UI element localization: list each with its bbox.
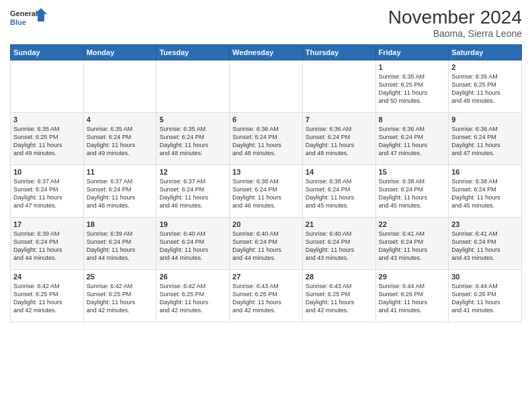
day-number: 8 <box>379 116 446 124</box>
day-number: 2 <box>451 63 519 71</box>
calendar-cell: 20Sunrise: 6:40 AM Sunset: 6:24 PM Dayli… <box>230 218 303 270</box>
day-info: Sunrise: 6:39 AM Sunset: 6:24 PM Dayligh… <box>87 230 154 263</box>
calendar-cell <box>157 60 230 113</box>
location: Baoma, Sierra Leone <box>388 28 522 39</box>
day-number: 15 <box>379 168 446 176</box>
day-number: 6 <box>232 116 300 124</box>
calendar-cell: 18Sunrise: 6:39 AM Sunset: 6:24 PM Dayli… <box>83 218 157 270</box>
day-info: Sunrise: 6:41 AM Sunset: 6:24 PM Dayligh… <box>451 230 519 263</box>
calendar-cell: 29Sunrise: 6:44 AM Sunset: 6:26 PM Dayli… <box>375 270 449 322</box>
day-header-sunday: Sunday <box>11 45 84 60</box>
calendar-cell: 12Sunrise: 6:37 AM Sunset: 6:24 PM Dayli… <box>157 165 230 218</box>
day-info: Sunrise: 6:35 AM Sunset: 6:24 PM Dayligh… <box>159 125 226 158</box>
logo: General Blue <box>10 7 47 30</box>
calendar-cell: 4Sunrise: 6:35 AM Sunset: 6:24 PM Daylig… <box>83 113 157 165</box>
header: General Blue November 2024 Baoma, Sierra… <box>10 7 522 39</box>
calendar-cell: 1Sunrise: 6:35 AM Sunset: 6:25 PM Daylig… <box>375 60 449 113</box>
calendar-cell: 14Sunrise: 6:38 AM Sunset: 6:24 PM Dayli… <box>302 165 375 218</box>
day-number: 1 <box>379 63 446 71</box>
day-info: Sunrise: 6:40 AM Sunset: 6:24 PM Dayligh… <box>306 230 373 263</box>
calendar-cell: 2Sunrise: 6:35 AM Sunset: 6:25 PM Daylig… <box>449 60 522 113</box>
day-number: 4 <box>87 116 154 124</box>
day-info: Sunrise: 6:43 AM Sunset: 6:25 PM Dayligh… <box>232 282 300 315</box>
calendar-cell: 22Sunrise: 6:41 AM Sunset: 6:24 PM Dayli… <box>375 218 449 270</box>
calendar-cell: 3Sunrise: 6:35 AM Sunset: 6:25 PM Daylig… <box>11 113 84 165</box>
page: General Blue November 2024 Baoma, Sierra… <box>0 0 532 411</box>
calendar-cell: 24Sunrise: 6:42 AM Sunset: 6:25 PM Dayli… <box>11 270 84 322</box>
day-info: Sunrise: 6:35 AM Sunset: 6:25 PM Dayligh… <box>13 125 81 158</box>
day-number: 24 <box>13 273 81 281</box>
day-info: Sunrise: 6:36 AM Sunset: 6:24 PM Dayligh… <box>232 125 300 158</box>
calendar: SundayMondayTuesdayWednesdayThursdayFrid… <box>10 44 522 322</box>
day-info: Sunrise: 6:35 AM Sunset: 6:25 PM Dayligh… <box>451 73 519 105</box>
calendar-cell: 27Sunrise: 6:43 AM Sunset: 6:25 PM Dayli… <box>230 270 303 322</box>
day-number: 13 <box>232 168 300 176</box>
day-info: Sunrise: 6:38 AM Sunset: 6:24 PM Dayligh… <box>306 177 373 210</box>
calendar-cell <box>230 60 303 113</box>
day-number: 14 <box>306 168 373 176</box>
day-number: 9 <box>451 116 519 124</box>
svg-text:Blue: Blue <box>10 18 26 26</box>
day-number: 25 <box>87 273 154 281</box>
day-header-monday: Monday <box>83 45 157 60</box>
calendar-cell <box>11 60 84 113</box>
day-number: 12 <box>159 168 226 176</box>
calendar-cell: 8Sunrise: 6:36 AM Sunset: 6:24 PM Daylig… <box>375 113 449 165</box>
day-info: Sunrise: 6:40 AM Sunset: 6:24 PM Dayligh… <box>159 230 226 263</box>
calendar-cell: 17Sunrise: 6:39 AM Sunset: 6:24 PM Dayli… <box>11 218 84 270</box>
calendar-cell: 25Sunrise: 6:42 AM Sunset: 6:25 PM Dayli… <box>83 270 157 322</box>
day-number: 20 <box>232 220 300 228</box>
day-header-friday: Friday <box>375 45 449 60</box>
title-section: November 2024 Baoma, Sierra Leone <box>388 7 522 39</box>
day-info: Sunrise: 6:35 AM Sunset: 6:24 PM Dayligh… <box>87 125 154 158</box>
day-info: Sunrise: 6:37 AM Sunset: 6:24 PM Dayligh… <box>13 177 81 210</box>
day-header-wednesday: Wednesday <box>230 45 303 60</box>
calendar-cell: 21Sunrise: 6:40 AM Sunset: 6:24 PM Dayli… <box>302 218 375 270</box>
calendar-cell <box>302 60 375 113</box>
day-info: Sunrise: 6:36 AM Sunset: 6:24 PM Dayligh… <box>379 125 446 158</box>
day-number: 16 <box>451 168 519 176</box>
calendar-cell: 23Sunrise: 6:41 AM Sunset: 6:24 PM Dayli… <box>449 218 522 270</box>
day-number: 18 <box>87 220 154 228</box>
day-number: 7 <box>306 116 373 124</box>
day-info: Sunrise: 6:44 AM Sunset: 6:26 PM Dayligh… <box>379 282 446 315</box>
calendar-week-2: 10Sunrise: 6:37 AM Sunset: 6:24 PM Dayli… <box>11 165 522 218</box>
calendar-cell: 10Sunrise: 6:37 AM Sunset: 6:24 PM Dayli… <box>11 165 84 218</box>
day-info: Sunrise: 6:39 AM Sunset: 6:24 PM Dayligh… <box>13 230 81 263</box>
calendar-cell: 16Sunrise: 6:38 AM Sunset: 6:24 PM Dayli… <box>449 165 522 218</box>
day-number: 23 <box>451 220 519 228</box>
day-info: Sunrise: 6:41 AM Sunset: 6:24 PM Dayligh… <box>379 230 446 263</box>
day-number: 22 <box>379 220 446 228</box>
day-header-thursday: Thursday <box>302 45 375 60</box>
day-header-saturday: Saturday <box>449 45 522 60</box>
calendar-cell: 13Sunrise: 6:38 AM Sunset: 6:24 PM Dayli… <box>230 165 303 218</box>
day-info: Sunrise: 6:38 AM Sunset: 6:24 PM Dayligh… <box>451 177 519 210</box>
calendar-header-row: SundayMondayTuesdayWednesdayThursdayFrid… <box>11 45 522 60</box>
day-number: 26 <box>159 273 226 281</box>
day-number: 17 <box>13 220 81 228</box>
day-number: 19 <box>159 220 226 228</box>
day-number: 11 <box>87 168 154 176</box>
day-info: Sunrise: 6:36 AM Sunset: 6:24 PM Dayligh… <box>451 125 519 158</box>
calendar-cell: 30Sunrise: 6:44 AM Sunset: 6:26 PM Dayli… <box>449 270 522 322</box>
calendar-week-4: 24Sunrise: 6:42 AM Sunset: 6:25 PM Dayli… <box>11 270 522 322</box>
day-info: Sunrise: 6:37 AM Sunset: 6:24 PM Dayligh… <box>87 177 154 210</box>
day-info: Sunrise: 6:37 AM Sunset: 6:24 PM Dayligh… <box>159 177 226 210</box>
month-title: November 2024 <box>388 7 522 28</box>
day-number: 10 <box>13 168 81 176</box>
calendar-cell: 6Sunrise: 6:36 AM Sunset: 6:24 PM Daylig… <box>230 113 303 165</box>
day-number: 30 <box>451 273 519 281</box>
day-info: Sunrise: 6:42 AM Sunset: 6:25 PM Dayligh… <box>87 282 154 315</box>
day-info: Sunrise: 6:43 AM Sunset: 6:25 PM Dayligh… <box>306 282 373 315</box>
day-info: Sunrise: 6:44 AM Sunset: 6:26 PM Dayligh… <box>451 282 519 315</box>
calendar-cell <box>83 60 157 113</box>
day-number: 3 <box>13 116 81 124</box>
svg-text:General: General <box>10 9 38 17</box>
calendar-week-3: 17Sunrise: 6:39 AM Sunset: 6:24 PM Dayli… <box>11 218 522 270</box>
calendar-cell: 5Sunrise: 6:35 AM Sunset: 6:24 PM Daylig… <box>157 113 230 165</box>
day-info: Sunrise: 6:42 AM Sunset: 6:25 PM Dayligh… <box>159 282 226 315</box>
day-number: 28 <box>306 273 373 281</box>
day-info: Sunrise: 6:36 AM Sunset: 6:24 PM Dayligh… <box>306 125 373 158</box>
day-number: 29 <box>379 273 446 281</box>
day-number: 21 <box>306 220 373 228</box>
